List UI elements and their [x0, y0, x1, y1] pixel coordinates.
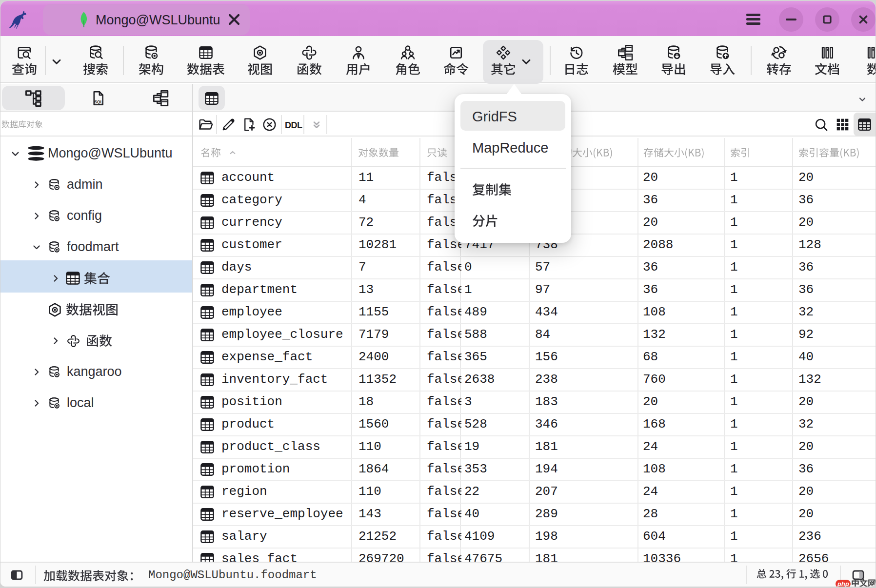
svg-text:SQL: SQL	[94, 99, 102, 104]
